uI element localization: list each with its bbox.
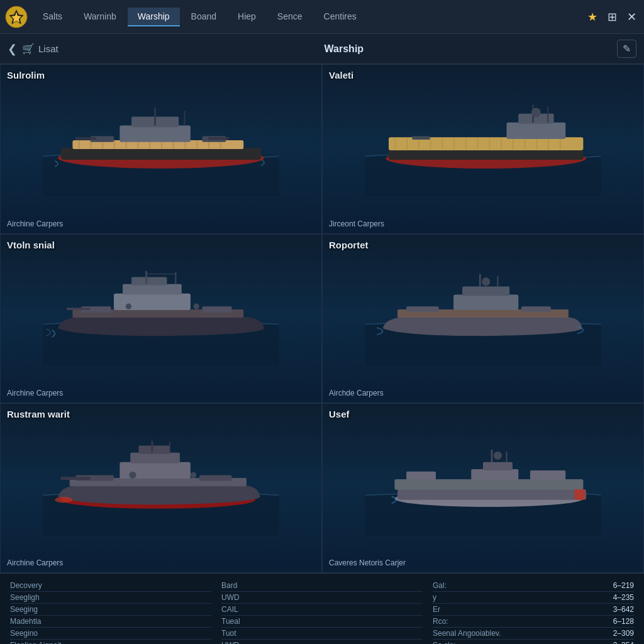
svg-rect-39 <box>501 138 502 150</box>
nav-tab-hiep[interactable]: Hiep <box>228 8 266 26</box>
stat-label: UWD <box>221 593 240 602</box>
ship-name-sulrolim: Sulrolim <box>7 70 45 80</box>
stat-label: Bard <box>221 581 237 590</box>
svg-point-72 <box>482 278 490 286</box>
stat-row-bard: Bard <box>221 580 423 592</box>
stat-row-tuot: Tuot <box>221 628 423 640</box>
stat-label: Decovery <box>10 581 42 590</box>
ship-type-vtoln-snial: Airchine Carpers <box>7 389 63 397</box>
svg-rect-92 <box>483 462 513 470</box>
nav-actions: ★ ⊞ ✕ <box>585 8 639 26</box>
svg-rect-53 <box>114 294 191 310</box>
ship-name-usef: Usef <box>329 409 350 419</box>
svg-rect-36 <box>465 138 467 150</box>
svg-rect-70 <box>406 307 439 312</box>
svg-rect-89 <box>397 489 586 500</box>
back-button[interactable]: ❮ <box>8 42 17 56</box>
ship-type-roportet: Airchde Carpers <box>329 389 384 397</box>
ship-cell-valeti[interactable]: Valeti <box>322 64 644 234</box>
svg-rect-42 <box>536 138 537 150</box>
stat-label: Seegligh <box>10 593 40 602</box>
svg-point-85 <box>191 472 196 478</box>
edit-button[interactable]: ✎ <box>617 40 636 58</box>
svg-rect-35 <box>453 138 455 150</box>
svg-rect-83 <box>199 475 232 481</box>
svg-rect-30 <box>394 138 396 150</box>
stat-label: y <box>433 593 436 602</box>
ship-cell-usef[interactable]: Usef <box>322 403 644 573</box>
svg-rect-37 <box>477 138 479 150</box>
favorite-icon[interactable]: ★ <box>585 8 600 26</box>
stat-label: Seegino <box>10 629 38 638</box>
screenshot-icon[interactable]: ⊞ <box>605 8 619 26</box>
svg-rect-82 <box>61 477 91 480</box>
stat-value: 3–254 <box>613 641 634 644</box>
nav-tab-centires[interactable]: Centires <box>314 8 367 26</box>
stat-row-gal: Gal: 6–219 <box>433 580 634 592</box>
ship-cell-sulrolim[interactable]: Sulrolim <box>0 64 322 234</box>
stat-row-seenal: Seenal Angooiablev. 2–309 <box>433 628 634 640</box>
stat-row-seeging: Seeging <box>10 604 211 616</box>
svg-rect-94 <box>406 472 436 480</box>
svg-rect-45 <box>507 123 566 139</box>
nav-tabs: Salts Warninb Warship Boand Hiep Sence C… <box>33 8 585 26</box>
stat-row-madehtla: Madehtla <box>10 616 211 628</box>
ship-visual-valeti <box>323 65 643 233</box>
nav-tab-warninb[interactable]: Warninb <box>74 8 126 26</box>
svg-rect-31 <box>406 138 408 150</box>
stat-row-rco: Rco: 6–128 <box>433 616 634 628</box>
close-icon[interactable]: ✕ <box>625 8 639 26</box>
stat-label: Gal: <box>433 581 447 590</box>
ships-grid: Sulrolim <box>0 64 644 574</box>
stats-col2: Bard UWD CAIL Tueal Tuot UWD <box>221 580 423 644</box>
svg-rect-25 <box>208 137 229 140</box>
ship-cell-rustram-warit[interactable]: Rustram warit <box>0 403 322 573</box>
stat-row-cail: CAIL <box>221 604 423 616</box>
stat-label: Rco: <box>433 617 448 626</box>
stat-row-se-cln: Se cln: 3–254 <box>433 640 634 644</box>
stat-value: 4–235 <box>613 593 634 602</box>
ship-cell-vtoln-snial[interactable]: Vtoln snial <box>0 234 322 404</box>
ship-visual-usef <box>323 404 643 572</box>
ship-type-valeti: Jirceont Carpers <box>329 219 384 228</box>
stats-grid: Decovery Seegligh Seeging Madehtla Seegi… <box>10 580 634 644</box>
stat-row-seegino: Seegino <box>10 628 211 640</box>
ship-visual-rustram-warit <box>1 404 321 572</box>
svg-rect-33 <box>430 138 431 150</box>
ship-name-rustram-warit: Rustram warit <box>7 409 70 419</box>
top-nav-bar: Salts Warninb Warship Boand Hiep Sence C… <box>0 0 644 34</box>
svg-point-49 <box>531 108 541 117</box>
app-logo[interactable] <box>5 6 28 28</box>
nav-tab-sence[interactable]: Sence <box>267 8 313 26</box>
svg-rect-78 <box>138 446 170 454</box>
ship-cell-roportet[interactable]: Roportet <box>322 234 644 404</box>
svg-rect-34 <box>441 138 443 150</box>
svg-rect-66 <box>453 295 518 310</box>
svg-rect-61 <box>67 308 91 311</box>
svg-rect-93 <box>530 470 565 480</box>
stat-row-y: y 4–235 <box>433 592 634 604</box>
svg-rect-91 <box>471 469 518 480</box>
svg-rect-71 <box>521 307 551 312</box>
stat-value: 3–642 <box>613 605 634 614</box>
nav-tab-warship[interactable]: Warship <box>128 8 180 26</box>
stat-label: Madehtla <box>10 617 41 626</box>
page-title: Warship <box>71 43 617 55</box>
ship-visual-sulrolim <box>1 65 321 233</box>
ship-type-sulrolim: Airchine Carpers <box>7 219 63 228</box>
stat-label: Tuot <box>221 629 236 638</box>
svg-rect-55 <box>131 277 167 286</box>
stat-value: 2–309 <box>613 629 634 638</box>
nav-tab-salts[interactable]: Salts <box>33 8 72 26</box>
svg-rect-41 <box>525 138 526 150</box>
svg-rect-50 <box>413 136 430 140</box>
stat-label: Er <box>433 605 440 614</box>
svg-rect-8 <box>114 141 115 148</box>
ship-name-valeti: Valeti <box>329 70 353 80</box>
svg-rect-98 <box>574 489 585 500</box>
secondary-bar: ❮ 🛒 Lisat Warship ✎ <box>0 34 644 64</box>
ship-name-roportet: Roportet <box>329 240 369 250</box>
svg-point-63 <box>194 304 199 309</box>
svg-rect-60 <box>203 307 232 313</box>
nav-tab-boand[interactable]: Boand <box>181 8 226 26</box>
